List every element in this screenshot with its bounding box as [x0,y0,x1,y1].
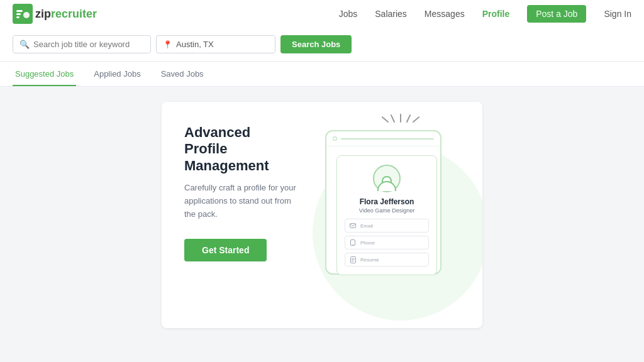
illustration-person-name: Flora Jefferson [345,197,429,206]
location-icon: 📍 [163,40,172,49]
main-content: Advanced Profile Management Carefully cr… [0,87,644,343]
profile-inner-card: Flora Jefferson Video Game Designer Emai… [336,155,437,275]
svg-rect-3 [16,16,19,18]
illustration-person-role: Video Game Designer [345,207,429,214]
phone-illustration: Flora Jefferson Video Game Designer Emai… [319,111,482,319]
svg-rect-1 [16,10,23,12]
job-tabs: Suggested Jobs Applied Jobs Saved Jobs [0,62,644,87]
radial-line-2 [391,114,396,123]
svg-point-7 [352,244,353,244]
profile-management-card: Advanced Profile Management Carefully cr… [162,102,482,328]
profile-card-title: Advanced Profile Management [184,124,296,174]
radial-line-3 [400,114,401,123]
radial-lines-top [387,118,414,126]
email-icon [349,222,357,229]
phone-header [326,131,440,146]
resume-icon [349,256,357,263]
profile-card-description: Carefully craft a profile for your appli… [184,182,296,221]
svg-point-4 [23,12,30,18]
profile-card-text: Advanced Profile Management Carefully cr… [162,102,319,328]
tab-suggested-jobs[interactable]: Suggested Jobs [13,62,76,86]
tab-applied-jobs[interactable]: Applied Jobs [91,62,143,86]
illustration-area: Flora Jefferson Video Game Designer Emai… [319,102,482,328]
nav-item-sign-in[interactable]: Sign In [604,8,631,19]
location-field[interactable]: 📍 [156,35,275,53]
get-started-button[interactable]: Get Started [184,239,267,261]
email-label: Email [360,223,373,229]
search-section: 🔍 📍 Search Jobs [0,28,644,62]
phone-icon [349,239,357,246]
radial-line-1 [381,116,389,123]
job-search-field[interactable]: 🔍 [13,35,151,53]
nav-item-jobs[interactable]: Jobs [339,8,358,19]
avatar-circle [373,165,401,192]
svg-rect-0 [13,4,33,24]
phone-field-row: Phone [345,236,429,250]
location-input[interactable] [176,40,269,49]
nav-item-post-job[interactable]: Post a Job [527,8,586,19]
nav-item-salaries[interactable]: Salaries [375,8,407,19]
phone-header-line [341,138,434,140]
search-button[interactable]: Search Jobs [280,35,352,53]
navigation: ziprecruiter Jobs Salaries Messages Prof… [0,0,644,28]
logo[interactable]: ziprecruiter [13,4,97,24]
nav-item-messages[interactable]: Messages [425,8,465,19]
phone-label: Phone [360,240,375,246]
nav-item-profile[interactable]: Profile [482,8,510,19]
resume-field-row: Resume [345,253,429,266]
resume-label: Resume [360,257,379,263]
search-icon: 🔍 [19,40,30,49]
email-field-row: Email [345,219,429,233]
logo-text: ziprecruiter [35,8,97,21]
radial-line-4 [406,114,411,123]
phone-dot [333,136,337,141]
avatar-shoulders [377,181,396,191]
svg-rect-2 [16,13,21,15]
job-search-input[interactable] [33,40,144,49]
nav-links: Jobs Salaries Messages Profile Post a Jo… [339,8,631,19]
tab-saved-jobs[interactable]: Saved Jobs [158,62,206,86]
radial-line-5 [413,116,420,123]
